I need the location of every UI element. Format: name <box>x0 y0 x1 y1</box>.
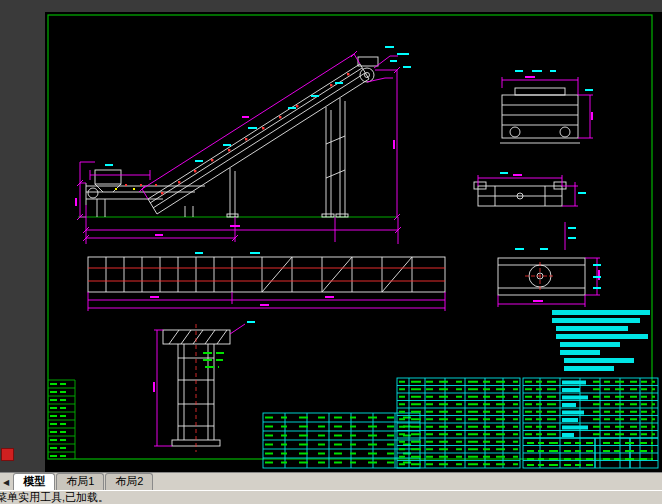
command-line-message: 菜单实用工具,已加载。 <box>0 491 109 504</box>
centerlines <box>196 262 555 452</box>
cad-application-window: ◀ 模型 布局1 布局2 菜单实用工具,已加载。 <box>0 0 662 504</box>
tab-model[interactable]: 模型 <box>13 473 55 490</box>
layout-tab-bar: ◀ 模型 布局1 布局2 <box>0 472 662 490</box>
yellow-detail-marks <box>115 188 135 190</box>
sheet-frame <box>48 15 652 459</box>
tab-layout2[interactable]: 布局2 <box>105 473 153 490</box>
title-block-table <box>523 378 658 468</box>
truss-plan-view <box>88 257 445 292</box>
support-leg-detail-view <box>163 330 230 446</box>
parts-list-table <box>397 378 520 468</box>
drawing-canvas[interactable] <box>45 12 662 472</box>
idler-marks <box>125 73 349 194</box>
main-elevation-view <box>86 57 378 217</box>
bottom-center-table <box>263 413 420 468</box>
head-station-end-view <box>500 88 580 143</box>
tab-layout1[interactable]: 布局1 <box>56 473 104 490</box>
title-block-filled-cells <box>562 381 588 438</box>
frame-cross-section-view <box>474 182 566 206</box>
tail-station-end-view <box>498 258 585 295</box>
detail-callout-bars <box>552 310 650 371</box>
command-line[interactable]: 菜单实用工具,已加载。 <box>0 490 662 504</box>
red-marker <box>1 448 14 461</box>
tab-nav-arrow[interactable]: ◀ <box>0 479 13 490</box>
detail-note-text <box>203 353 229 367</box>
dimension-text-marks <box>76 77 599 392</box>
